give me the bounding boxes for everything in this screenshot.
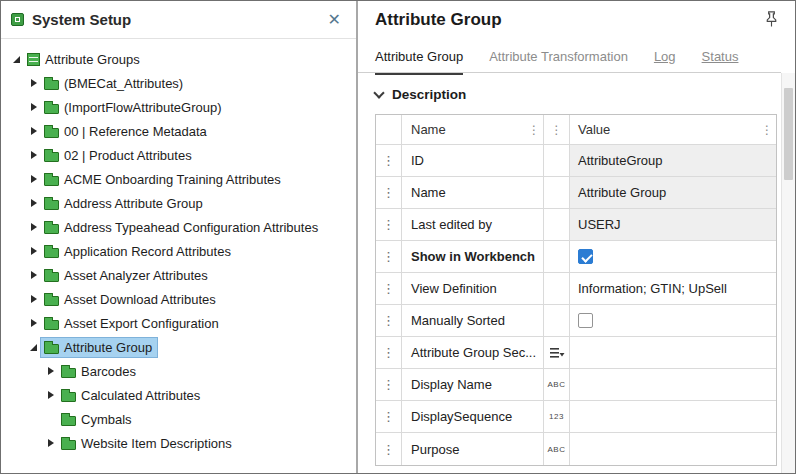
attr-value[interactable] xyxy=(570,369,776,400)
page-title: Attribute Group xyxy=(375,10,502,30)
name-header-label: Name xyxy=(411,122,446,137)
table-row: ⋮ Last edited by USERJ xyxy=(376,209,776,241)
attr-type-cell xyxy=(544,177,570,208)
table-header-row: Name ⋮ ⋮ Value ⋮ xyxy=(376,115,776,145)
table-row: ⋮ ID AttributeGroup xyxy=(376,145,776,177)
row-drag-handle[interactable]: ⋮ xyxy=(376,177,402,208)
expander-icon[interactable] xyxy=(26,247,41,255)
tree-item[interactable]: (ImportFlowAttributeGroup) xyxy=(1,95,356,119)
tree-item[interactable]: 02 | Product Attributes xyxy=(1,143,356,167)
row-drag-handle[interactable]: ⋮ xyxy=(376,401,402,432)
column-menu-icon[interactable]: ⋮ xyxy=(761,124,773,136)
attr-value[interactable]: Information; GTIN; UpSell xyxy=(570,273,776,304)
system-setup-icon xyxy=(11,13,24,26)
expander-icon[interactable] xyxy=(26,103,41,111)
expander-icon[interactable] xyxy=(26,344,41,351)
vertical-scrollbar[interactable] xyxy=(781,73,795,473)
expander-icon[interactable] xyxy=(26,79,41,87)
tree-item[interactable]: Asset Analyzer Attributes xyxy=(1,263,356,287)
tree-item[interactable]: Address Typeahead Configuration Attribut… xyxy=(1,215,356,239)
row-drag-handle[interactable]: ⋮ xyxy=(376,337,402,368)
chevron-down-icon xyxy=(373,87,384,98)
tree-item[interactable]: Application Record Attributes xyxy=(1,239,356,263)
description-section-header[interactable]: Description xyxy=(375,87,777,102)
attr-name: Show in Workbench xyxy=(411,249,535,264)
column-menu-icon[interactable]: ⋮ xyxy=(528,124,540,136)
row-drag-handle[interactable]: ⋮ xyxy=(376,369,402,400)
attribute-groups-tree: Attribute Groups (BMECat_Attributes) (Im… xyxy=(1,39,356,455)
folder-icon xyxy=(44,248,59,258)
scrollbar-thumb[interactable] xyxy=(784,88,793,180)
expander-icon[interactable] xyxy=(26,199,41,207)
row-drag-handle[interactable]: ⋮ xyxy=(376,209,402,240)
tree-item-label: Address Attribute Group xyxy=(64,196,203,211)
attr-name: ID xyxy=(411,153,424,168)
row-drag-handle[interactable]: ⋮ xyxy=(376,241,402,272)
row-drag-handle[interactable]: ⋮ xyxy=(376,145,402,176)
tree-item[interactable]: Attribute Groups xyxy=(1,47,356,71)
attr-value[interactable] xyxy=(570,401,776,432)
tree-item-label: Asset Export Configuration xyxy=(64,316,219,331)
tree-item[interactable]: Asset Export Configuration xyxy=(1,311,356,335)
checkbox-unchecked[interactable] xyxy=(578,313,593,328)
tree-item[interactable]: 00 | Reference Metadata xyxy=(1,119,356,143)
expander-icon[interactable] xyxy=(43,439,58,447)
table-row: ⋮ DisplaySequence 123 xyxy=(376,401,776,433)
text-type-icon: ABC xyxy=(548,445,566,454)
row-drag-handle[interactable]: ⋮ xyxy=(376,433,402,465)
row-drag-handle[interactable]: ⋮ xyxy=(376,305,402,336)
editor-content: Description Name ⋮ ⋮ Value ⋮ xyxy=(358,73,781,473)
folder-icon xyxy=(61,440,76,450)
expander-icon[interactable] xyxy=(9,56,24,63)
pin-icon[interactable] xyxy=(764,11,779,31)
tree-item-label: Cymbals xyxy=(81,412,132,427)
tree-item-selected[interactable]: Attribute Group xyxy=(1,335,356,359)
tree-item[interactable]: Website Item Descriptions xyxy=(1,431,356,455)
tree-item[interactable]: Asset Download Attributes xyxy=(1,287,356,311)
attr-name: DisplaySequence xyxy=(411,409,512,424)
checkbox-checked[interactable] xyxy=(578,249,593,264)
app-window: System Setup ✕ Attribute Groups (BMECat_… xyxy=(0,0,796,474)
tree-item[interactable]: Address Attribute Group xyxy=(1,191,356,215)
tree-item[interactable]: Cymbals xyxy=(1,407,356,431)
expander-icon[interactable] xyxy=(43,367,58,375)
tree-item-label: Barcodes xyxy=(81,364,136,379)
expander-icon[interactable] xyxy=(26,223,41,231)
expander-icon[interactable] xyxy=(26,319,41,327)
name-column-header: Name ⋮ xyxy=(402,115,544,144)
row-drag-handle[interactable]: ⋮ xyxy=(376,273,402,304)
expander-icon[interactable] xyxy=(26,151,41,159)
expander-icon[interactable] xyxy=(26,271,41,279)
attr-value[interactable] xyxy=(570,433,776,465)
folder-icon xyxy=(44,296,59,306)
attr-value[interactable] xyxy=(570,337,776,368)
folder-icon xyxy=(44,200,59,210)
column-menu-icon[interactable]: ⋮ xyxy=(551,124,563,136)
attr-value: Attribute Group xyxy=(570,177,776,208)
number-type-icon: 123 xyxy=(549,412,564,421)
tree-item[interactable]: Calculated Attributes xyxy=(1,383,356,407)
expander-icon[interactable] xyxy=(26,175,41,183)
folder-icon xyxy=(44,176,59,186)
attr-value: USERJ xyxy=(570,209,776,240)
expander-icon[interactable] xyxy=(43,391,58,399)
attr-name: Attribute Group Sec... xyxy=(411,345,536,360)
tree-item[interactable]: ACME Onboarding Training Attributes xyxy=(1,167,356,191)
tree-item-label: Application Record Attributes xyxy=(64,244,231,259)
attribute-groups-icon xyxy=(27,53,40,66)
folder-icon xyxy=(44,272,59,282)
attr-type-cell xyxy=(544,209,570,240)
tree-item[interactable]: Barcodes xyxy=(1,359,356,383)
multi-value-lookup-icon[interactable] xyxy=(544,337,570,368)
folder-icon xyxy=(44,128,59,138)
tree-item-label: (ImportFlowAttributeGroup) xyxy=(64,100,222,115)
tree-item[interactable]: (BMECat_Attributes) xyxy=(1,71,356,95)
folder-icon xyxy=(44,344,59,354)
expander-icon[interactable] xyxy=(26,295,41,303)
close-icon[interactable]: ✕ xyxy=(325,10,344,30)
tree-item-label: Address Typeahead Configuration Attribut… xyxy=(64,220,318,235)
table-row: ⋮ View Definition Information; GTIN; UpS… xyxy=(376,273,776,305)
tree-item-label: Website Item Descriptions xyxy=(81,436,232,451)
expander-icon[interactable] xyxy=(26,127,41,135)
folder-icon xyxy=(44,80,59,90)
